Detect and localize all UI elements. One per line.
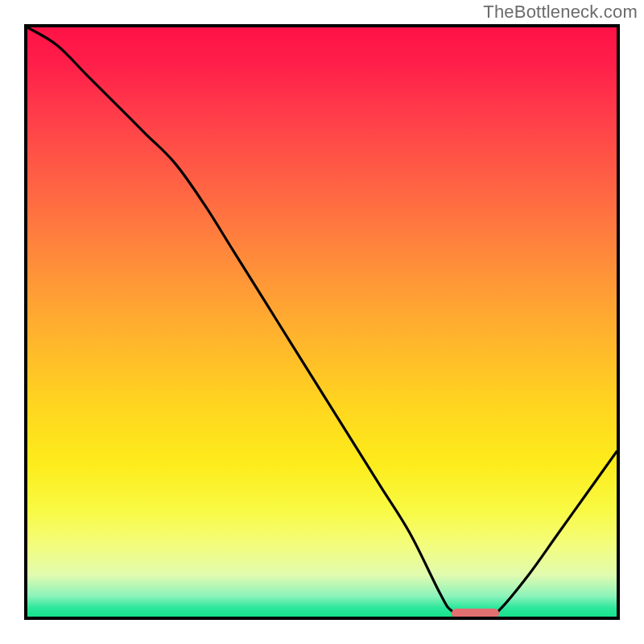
optimal-range-marker <box>452 609 499 618</box>
watermark-label: TheBottleneck.com <box>483 2 638 23</box>
plot-area <box>24 24 620 620</box>
chart-stage: TheBottleneck.com <box>0 0 644 644</box>
bottleneck-curve <box>27 27 617 617</box>
